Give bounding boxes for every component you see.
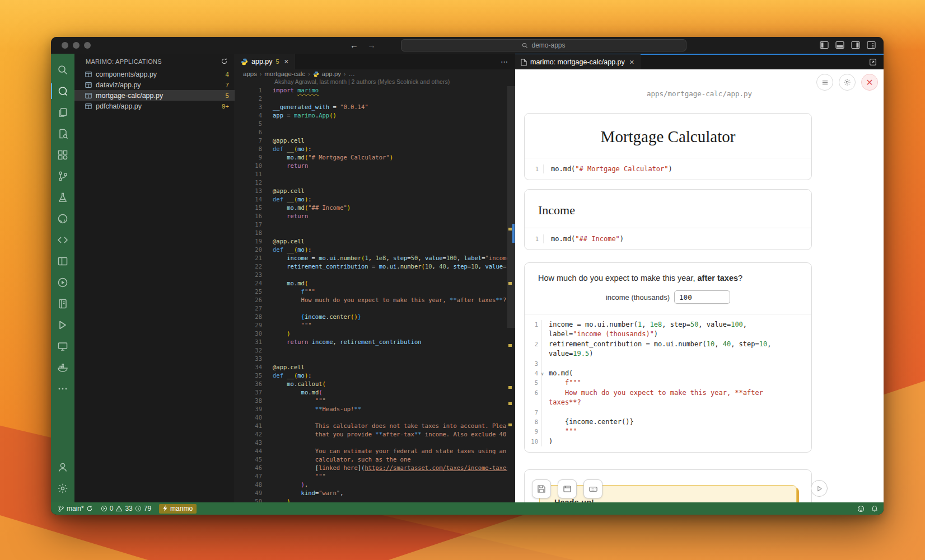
code-line[interactable]: 3 bbox=[525, 359, 811, 369]
breadcrumb[interactable]: apps›mortgage-calc›app.py›… bbox=[235, 69, 515, 78]
breadcrumb-item[interactable]: mortgage-calc bbox=[264, 70, 305, 77]
code-line[interactable]: 18 bbox=[235, 229, 515, 237]
code-line[interactable]: 24 mo.md( bbox=[235, 279, 515, 288]
code-line[interactable]: 41 This calculator does not take taxes i… bbox=[235, 422, 515, 430]
code-line[interactable]: 6 bbox=[235, 128, 515, 137]
toggle-primary-sidebar-icon[interactable] bbox=[820, 41, 829, 49]
sidebar-item-pdfchat-app-py[interactable]: pdfchat/app.py9+ bbox=[74, 101, 235, 111]
git-branch-icon[interactable] bbox=[51, 166, 74, 187]
marimo-menu-button[interactable] bbox=[816, 74, 833, 91]
breadcrumb-item[interactable]: apps bbox=[243, 70, 257, 77]
code-line[interactable]: 16 return bbox=[235, 212, 515, 220]
code-line[interactable]: 8def __(mo): bbox=[235, 145, 515, 153]
tab-app-py[interactable]: app.py 5 ✕ bbox=[235, 54, 295, 69]
layout-icon[interactable] bbox=[51, 251, 74, 272]
code-line[interactable]: 4app = marimo.App() bbox=[235, 111, 515, 120]
sidebar-item-mortgage-calc-app-py[interactable]: mortgage-calc/app.py5 bbox=[74, 90, 235, 101]
code-line[interactable]: 7@app.cell bbox=[235, 137, 515, 145]
notebook-icon[interactable] bbox=[51, 293, 74, 314]
code-line[interactable]: 15 mo.md("## Income") bbox=[235, 204, 515, 212]
code-line[interactable]: 5 f""" bbox=[525, 378, 811, 388]
run-icon[interactable] bbox=[51, 314, 74, 336]
search-icon[interactable] bbox=[51, 59, 74, 81]
save-button[interactable] bbox=[532, 479, 551, 498]
marimo-status-badge[interactable]: marimo bbox=[159, 504, 197, 514]
code-line[interactable]: 34@app.cell bbox=[235, 363, 515, 371]
code-line[interactable]: 37 mo.md( bbox=[235, 388, 515, 397]
code-line[interactable]: 35def __(mo): bbox=[235, 371, 515, 380]
play-circle-icon[interactable] bbox=[51, 272, 74, 293]
code-line[interactable]: 39 **Heads-up!** bbox=[235, 405, 515, 413]
code-line[interactable]: 6 How much do you expect to make this ye… bbox=[525, 388, 811, 408]
code-line[interactable]: 21 income = mo.ui.number(1, 1e8, step=50… bbox=[235, 254, 515, 262]
file-search-icon[interactable] bbox=[51, 123, 74, 144]
code-line[interactable]: 8 {income.center()} bbox=[525, 417, 811, 427]
code-line[interactable]: 23 bbox=[235, 271, 515, 279]
code-line[interactable]: 33 bbox=[235, 355, 515, 363]
code-line[interactable]: 31 return income, retirement_contributio… bbox=[235, 338, 515, 346]
code-line[interactable]: 46 [linked here](https://smartasset.com/… bbox=[235, 464, 515, 472]
command-center-search[interactable]: demo-apps bbox=[401, 39, 686, 51]
code-line[interactable]: 27 bbox=[235, 304, 515, 313]
code-line[interactable]: 25 f""" bbox=[235, 288, 515, 296]
code-line[interactable]: 5 bbox=[235, 120, 515, 128]
code-line[interactable]: 28 {income.center()} bbox=[235, 313, 515, 321]
navigate-forward-button[interactable]: → bbox=[367, 40, 376, 51]
docker-icon[interactable] bbox=[51, 357, 74, 378]
code-line[interactable]: 1import marimo bbox=[235, 86, 515, 95]
close-tab-icon[interactable]: ✕ bbox=[629, 59, 634, 66]
open-external-icon[interactable] bbox=[869, 58, 884, 66]
github-icon[interactable] bbox=[51, 208, 74, 229]
code-line[interactable]: 26 How much do you expect to make this y… bbox=[235, 296, 515, 304]
toggle-secondary-sidebar-icon[interactable] bbox=[851, 41, 860, 49]
editor-more-actions-icon[interactable]: ⋯ bbox=[501, 58, 515, 66]
code-line[interactable]: 14def __(mo): bbox=[235, 195, 515, 204]
account-icon[interactable] bbox=[51, 457, 74, 478]
cell-code-block[interactable]: 1income = mo.ui.number(1, 1e8, step=50, … bbox=[525, 314, 811, 452]
code-line[interactable]: 13@app.cell bbox=[235, 187, 515, 195]
code-line[interactable]: 38 """ bbox=[235, 397, 515, 405]
code-line[interactable]: 19@app.cell bbox=[235, 237, 515, 246]
keyboard-shortcuts-button[interactable] bbox=[583, 479, 602, 498]
code-line[interactable]: 36 mo.callout( bbox=[235, 380, 515, 388]
code-line[interactable]: 4∨mo.md( bbox=[525, 369, 811, 378]
overview-ruler[interactable] bbox=[507, 86, 515, 502]
feedback-icon[interactable] bbox=[857, 505, 865, 512]
code-line[interactable]: 43 bbox=[235, 439, 515, 447]
code-icon[interactable] bbox=[51, 229, 74, 251]
git-branch-status[interactable]: main* bbox=[58, 505, 93, 512]
code-line[interactable]: 10) bbox=[525, 437, 811, 446]
income-number-input[interactable] bbox=[674, 290, 730, 304]
cell-code[interactable]: mo.md("# Mortgage Calculator") bbox=[544, 164, 672, 173]
settings-icon[interactable] bbox=[51, 478, 74, 499]
zoom-window-button[interactable] bbox=[84, 42, 91, 49]
marimo-icon[interactable] bbox=[51, 81, 74, 102]
device-icon[interactable] bbox=[51, 336, 74, 357]
marimo-shutdown-button[interactable]: ✕ bbox=[861, 74, 878, 91]
breadcrumb-item[interactable]: … bbox=[348, 70, 355, 77]
code-line[interactable]: 44 You can estimate your federal and sta… bbox=[235, 447, 515, 455]
close-window-button[interactable] bbox=[62, 42, 68, 49]
sidebar-item-dataviz-app-py[interactable]: dataviz/app.py7 bbox=[74, 79, 235, 90]
code-line[interactable]: 48 ), bbox=[235, 481, 515, 489]
code-editor[interactable]: 1import marimo23__generated_with = "0.0.… bbox=[235, 86, 515, 502]
code-line[interactable]: 49 kind="warn", bbox=[235, 489, 515, 497]
marimo-config-button[interactable] bbox=[839, 74, 856, 91]
code-line[interactable]: 20def __(mo): bbox=[235, 246, 515, 254]
code-line[interactable]: 7 bbox=[525, 408, 811, 417]
code-line[interactable]: 22 retirement_contribution = mo.ui.numbe… bbox=[235, 262, 515, 271]
code-line[interactable]: 17 bbox=[235, 220, 515, 229]
code-line[interactable]: 47 """ bbox=[235, 472, 515, 481]
bell-icon[interactable] bbox=[871, 505, 878, 512]
more-icon[interactable] bbox=[51, 378, 74, 399]
traffic-lights[interactable] bbox=[62, 42, 91, 49]
fold-chevron-icon[interactable]: ∨ bbox=[541, 369, 544, 379]
code-line[interactable]: 9 mo.md("# Mortgage Calculator") bbox=[235, 153, 515, 162]
code-line[interactable]: 10 return bbox=[235, 162, 515, 170]
code-line[interactable]: 42 that you provide **after-tax** income… bbox=[235, 430, 515, 439]
code-line[interactable]: 11 bbox=[235, 170, 515, 178]
refresh-icon[interactable] bbox=[221, 58, 228, 65]
problems-status[interactable]: 0 33 79 bbox=[101, 505, 151, 512]
files-icon[interactable] bbox=[51, 102, 74, 123]
code-line[interactable]: 3__generated_with = "0.0.14" bbox=[235, 103, 515, 111]
